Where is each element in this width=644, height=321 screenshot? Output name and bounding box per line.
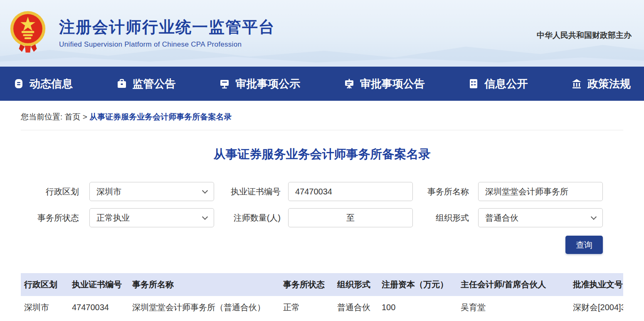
table-cell: 普通合伙 <box>334 296 378 319</box>
table-cell: 深圳堂堂会计师事务所（普通合伙） <box>129 296 280 319</box>
table-cell: 深圳市 <box>21 296 69 319</box>
checklist-icon <box>468 78 479 89</box>
table-header-cell: 执业证书编号 <box>69 273 129 296</box>
monitor-icon <box>219 78 230 89</box>
org-form-label: 组织形式 <box>413 212 469 224</box>
results-table: 行政区划 执业证书编号 事务所名称 事务所状态 组织形式 注册资本（万元） 主任… <box>21 273 623 319</box>
license-no-input[interactable] <box>295 182 406 201</box>
table-header-row: 行政区划 执业证书编号 事务所名称 事务所状态 组织形式 注册资本（万元） 主任… <box>21 273 623 296</box>
nav-item-news[interactable]: 动态信息 <box>13 77 73 91</box>
easel-icon <box>344 78 355 89</box>
breadcrumb-current: 从事证券服务业务会计师事务所备案名录 <box>89 112 232 121</box>
table-header-cell: 主任会计师/首席合伙人 <box>457 273 570 296</box>
firm-status-label: 事务所状态 <box>21 212 79 224</box>
table-header-cell: 批准执业文号 <box>570 273 623 296</box>
form-actions: 查询 <box>0 236 644 254</box>
nav-item-policies[interactable]: 政策法规 <box>571 77 631 91</box>
news-icon <box>13 78 24 89</box>
table-cell: 100 <box>378 296 457 319</box>
breadcrumb-prefix: 您当前位置: <box>21 112 62 121</box>
nav-item-label: 监管公告 <box>133 77 176 91</box>
nav-item-regulatory-announcements[interactable]: 监管公告 <box>116 77 176 91</box>
main-nav: 动态信息 监管公告 审批事项公示 <box>0 67 644 101</box>
breadcrumb-separator: > <box>83 112 87 121</box>
nav-item-label: 政策法规 <box>587 77 631 91</box>
license-no-label: 执业证书编号 <box>214 186 281 197</box>
breadcrumb: 您当前位置: 首页 > 从事证券服务业务会计师事务所备案名录 <box>21 101 623 122</box>
table-header-cell: 行政区划 <box>21 273 69 296</box>
firm-status-select-value: 正常执业 <box>96 212 130 224</box>
org-form-select[interactable]: 普通合伙 <box>478 208 603 227</box>
briefcase-icon <box>116 78 127 89</box>
table-header-cell: 事务所名称 <box>129 273 280 296</box>
site-header: 注册会计师行业统一监管平台 Unified Supervision Platfo… <box>0 0 644 67</box>
nav-item-label: 动态信息 <box>30 77 73 91</box>
chevron-down-icon <box>591 214 597 219</box>
cpa-count-range-field[interactable]: 至 <box>288 208 413 227</box>
table-header-cell: 事务所状态 <box>280 273 334 296</box>
sponsor-text: 中华人民共和国财政部主办 <box>537 30 632 41</box>
table-header-cell: 组织形式 <box>334 273 378 296</box>
site-subtitle: Unified Supervision Platform of Chinese … <box>59 40 275 49</box>
nav-item-info-disclosure[interactable]: 信息公开 <box>468 77 528 91</box>
table-cell: 深财会[2004]3 <box>570 296 623 319</box>
region-label: 行政区划 <box>21 186 79 197</box>
table-cell: 正常 <box>280 296 334 319</box>
cpa-count-label: 注师数量(人) <box>214 212 281 224</box>
firm-name-field-wrap <box>478 182 603 201</box>
firm-name-input[interactable] <box>485 182 596 201</box>
region-select[interactable]: 深圳市 <box>89 182 214 201</box>
nav-item-approval-announcements[interactable]: 审批事项公告 <box>344 77 425 91</box>
page-title: 从事证券服务业务会计师事务所备案名录 <box>0 146 644 163</box>
breadcrumb-home-link[interactable]: 首页 <box>65 112 81 121</box>
org-form-select-value: 普通合伙 <box>485 212 518 224</box>
cpa-count-range-separator: 至 <box>346 212 355 224</box>
region-select-value: 深圳市 <box>96 186 121 197</box>
chevron-down-icon <box>202 214 208 219</box>
search-button[interactable]: 查询 <box>565 236 603 254</box>
nav-item-label: 信息公开 <box>484 77 528 91</box>
breadcrumb-divider <box>21 130 623 130</box>
nav-item-approval-publicity[interactable]: 审批事项公示 <box>219 77 300 91</box>
form-row-2: 事务所状态 正常执业 注师数量(人) 至 组织形式 普通合伙 <box>0 208 644 227</box>
site-title-block: 注册会计师行业统一监管平台 Unified Supervision Platfo… <box>59 17 275 49</box>
nav-item-label: 审批事项公告 <box>360 77 425 91</box>
table-header-cell: 注册资本（万元） <box>378 273 457 296</box>
query-form: 行政区划 深圳市 执业证书编号 事务所名称 事务所状态 正常执业 注师数量(人)… <box>0 182 644 254</box>
site-title: 注册会计师行业统一监管平台 <box>59 17 275 38</box>
table-row: 深圳市 47470034 深圳堂堂会计师事务所（普通合伙） 正常 普通合伙 10… <box>21 296 623 319</box>
firm-status-select[interactable]: 正常执业 <box>89 208 214 227</box>
chevron-down-icon <box>202 187 208 193</box>
bank-icon <box>571 78 582 89</box>
table-cell: 吴育堂 <box>457 296 570 319</box>
china-national-emblem-icon <box>9 10 47 53</box>
nav-item-label: 审批事项公示 <box>235 77 300 91</box>
license-no-field-wrap <box>288 182 413 201</box>
table-cell: 47470034 <box>69 296 129 319</box>
form-row-1: 行政区划 深圳市 执业证书编号 事务所名称 <box>0 182 644 201</box>
firm-name-label: 事务所名称 <box>413 186 469 197</box>
